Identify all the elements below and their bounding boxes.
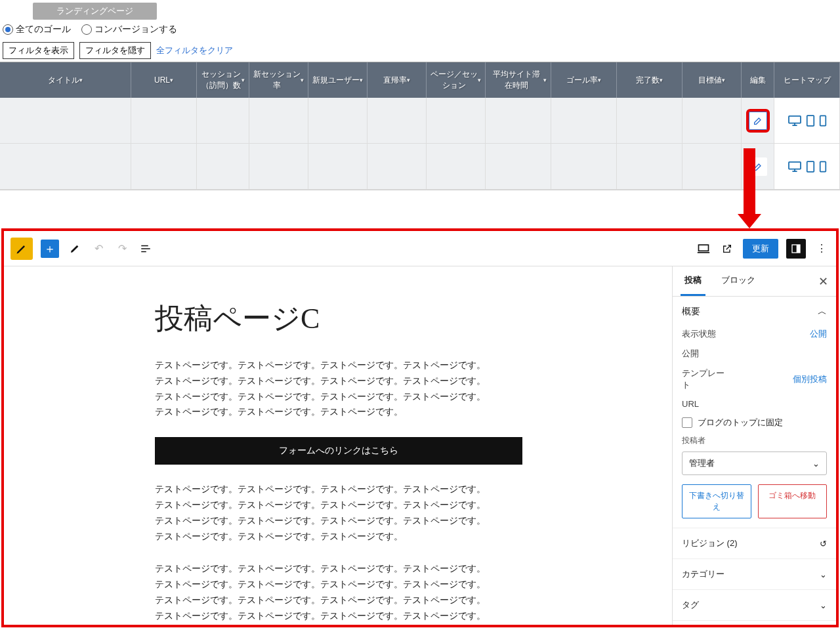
radio-unchecked-icon [81, 24, 92, 35]
heatmap-icons[interactable] [774, 98, 839, 143]
arrow-annotation [744, 148, 761, 190]
col-pages-session[interactable]: ページ／セッション [427, 62, 486, 98]
pencil-square-icon [753, 116, 763, 126]
radio-checked-icon [3, 24, 13, 35]
col-goal-rate[interactable]: ゴール率 [551, 62, 617, 98]
svg-rect-5 [820, 161, 826, 171]
col-sessions[interactable]: セッション（訪問）数 [197, 62, 249, 98]
goal-radio-group: 全てのゴール コンバージョンする [0, 20, 840, 39]
col-avg-duration[interactable]: 平均サイト滞在時間 [486, 62, 551, 98]
clear-filters-link[interactable]: 全フィルタをクリア [156, 45, 233, 56]
radio-conv-label: コンバージョンする [94, 24, 177, 35]
mobile-icon [819, 115, 827, 127]
svg-rect-0 [789, 116, 801, 123]
desktop-icon [788, 115, 802, 127]
hide-filters-button[interactable]: フィルタを隠す [79, 42, 151, 59]
mobile-icon [819, 161, 827, 173]
edit-button[interactable] [749, 112, 767, 130]
col-heatmap: ヒートマップ [774, 62, 840, 98]
radio-all-goals[interactable]: 全てのゴール [3, 24, 71, 35]
col-bounce[interactable]: 直帰率 [368, 62, 427, 98]
svg-rect-1 [807, 116, 814, 126]
svg-rect-3 [789, 161, 801, 169]
col-new-users[interactable]: 新規ユーザー [308, 62, 368, 98]
col-edit: 編集 [742, 62, 774, 98]
svg-rect-2 [820, 116, 826, 125]
col-new-session-rate[interactable]: 新セッション率 [249, 62, 308, 98]
table-row [0, 144, 840, 190]
grid-header: タイトル URL セッション（訪問）数 新セッション率 新規ユーザー 直帰率 ペ… [0, 62, 840, 98]
tablet-icon [806, 115, 815, 127]
col-title[interactable]: タイトル [0, 62, 131, 98]
col-goal-value[interactable]: 目標値 [682, 62, 742, 98]
filter-row: フィルタを表示 フィルタを隠す 全フィルタをクリア [0, 39, 840, 62]
table-row [0, 98, 840, 144]
col-completions[interactable]: 完了数 [617, 62, 682, 98]
radio-conversion[interactable]: コンバージョンする [81, 24, 177, 35]
landing-page-tab[interactable]: ランディングページ [33, 3, 157, 20]
tablet-icon [806, 161, 815, 173]
heatmap-icons[interactable] [774, 144, 839, 189]
grid-body [0, 98, 840, 190]
desktop-icon [788, 161, 802, 173]
show-filters-button[interactable]: フィルタを表示 [3, 42, 74, 59]
svg-rect-4 [807, 161, 814, 172]
radio-all-label: 全てのゴール [16, 24, 71, 35]
col-url[interactable]: URL [131, 62, 197, 98]
